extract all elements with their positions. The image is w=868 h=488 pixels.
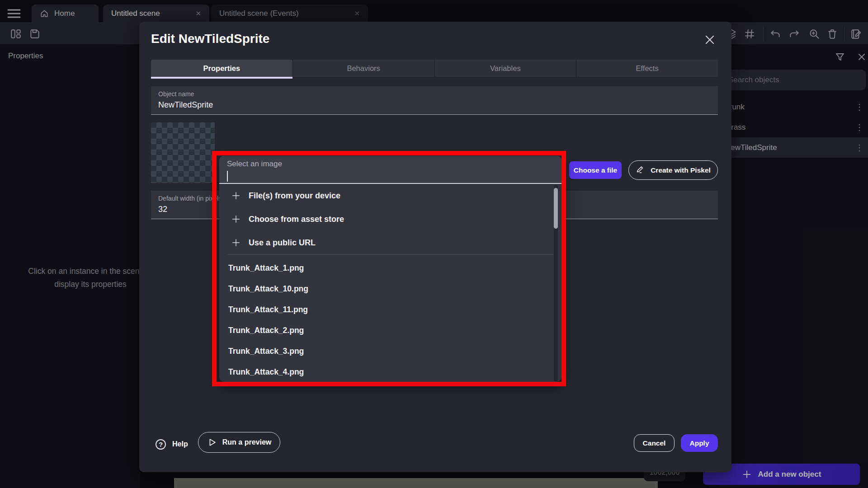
file-option[interactable]: Trunk_Attack_11.png [219, 299, 561, 320]
image-preview-checkerboard [151, 122, 215, 183]
file-option[interactable]: Trunk_Attack_2.png [219, 320, 561, 341]
dialog-tabs: Properties Behaviors Variables Effects [151, 60, 718, 77]
dialog-title: Edit NewTiledSprite [151, 32, 269, 46]
select-image-dropdown: Select an image File(s) from your device… [219, 156, 561, 382]
select-image-label: Select an image [227, 160, 561, 169]
play-icon [207, 437, 217, 447]
apply-button[interactable]: Apply [681, 434, 718, 452]
select-image-input[interactable]: Select an image [219, 156, 561, 184]
close-dialog-icon[interactable] [703, 33, 716, 46]
option-files-from-device[interactable]: File(s) from your device [219, 184, 561, 207]
tab-effects[interactable]: Effects [576, 60, 718, 77]
file-option[interactable]: Trunk_Attack_4.png [219, 361, 561, 382]
plus-icon [231, 214, 241, 224]
pencil-icon [636, 165, 645, 175]
object-name-field[interactable]: Object name NewTiledSprite [151, 86, 718, 115]
create-with-piskel-button[interactable]: Create with Piskel [628, 160, 718, 180]
file-option[interactable]: Trunk_Attack_10.png [219, 278, 561, 299]
option-use-public-url[interactable]: Use a public URL [219, 231, 561, 254]
tab-properties[interactable]: Properties [151, 60, 293, 77]
file-option[interactable]: Trunk_Attack_1.png [219, 258, 561, 278]
dropdown-divider [227, 254, 553, 255]
option-choose-from-asset-store[interactable]: Choose from asset store [219, 207, 561, 231]
plus-icon [231, 191, 241, 201]
object-name-label: Object name [158, 90, 711, 98]
object-name-value[interactable]: NewTiledSprite [158, 100, 711, 110]
run-preview-button[interactable]: Run a preview [198, 432, 280, 453]
cancel-button[interactable]: Cancel [634, 434, 675, 452]
help-icon: ? [156, 439, 166, 450]
tab-variables[interactable]: Variables [435, 60, 577, 77]
choose-file-button[interactable]: Choose a file [569, 161, 622, 179]
file-option[interactable]: Trunk_Attack_3.png [219, 341, 561, 361]
plus-icon [231, 238, 241, 248]
dropdown-scrollbar-thumb[interactable] [554, 188, 558, 229]
text-caret [227, 171, 228, 182]
help-button[interactable]: ? Help [156, 435, 188, 453]
tab-behaviors[interactable]: Behaviors [293, 60, 435, 77]
